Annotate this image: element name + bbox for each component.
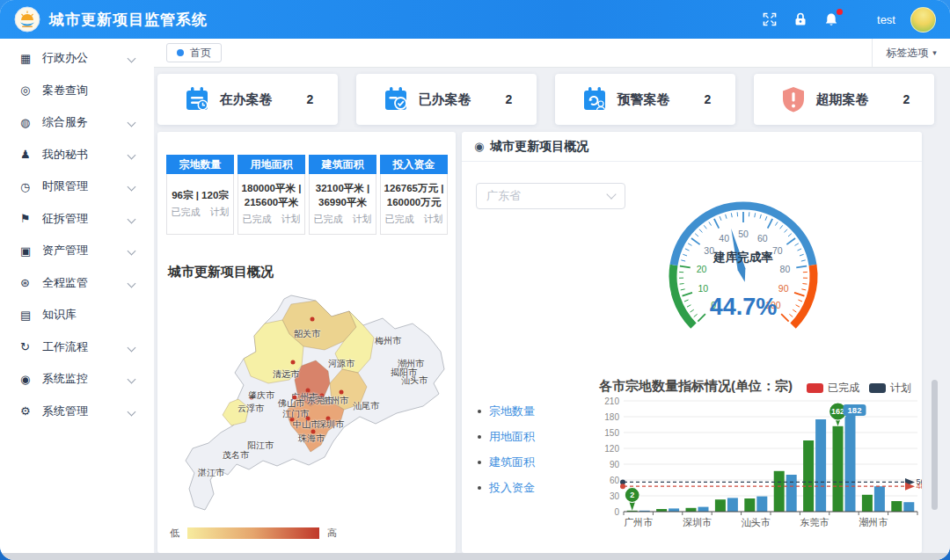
metric-link[interactable]: 建筑面积 [478, 449, 535, 475]
sidebar-item-settings[interactable]: ⚙系统管理 [0, 396, 154, 428]
svg-text:44.7%: 44.7% [710, 294, 778, 320]
completion-gauge-chart: 0102030405060708090100建库完成率44.7% [642, 185, 844, 360]
metric-links: 宗地数量用地面积建筑面积投入资金 [478, 398, 535, 500]
case-search-icon: ◎ [20, 84, 42, 97]
chevron-down-icon [128, 215, 136, 223]
chevron-down-icon [128, 279, 136, 287]
sidebar-item-services[interactable]: ◍综合服务 [0, 106, 154, 139]
stat-tab-body: 126765万元 | 160000万元已完成 计划 [380, 174, 448, 235]
summary-card-shield-overdue[interactable]: 超期案卷2 [754, 74, 934, 125]
supervision-icon: ⊛ [20, 276, 42, 289]
calendar-warning-icon [580, 84, 610, 114]
stat-tab-title[interactable]: 用地面积 [238, 155, 305, 174]
legend-swatch [807, 383, 823, 393]
city-label: 湛江市 [198, 467, 224, 479]
bullet-icon [478, 486, 481, 490]
metric-link[interactable]: 宗地数量 [478, 398, 535, 424]
user-name[interactable]: test [877, 13, 895, 26]
city-marker-dot [340, 390, 344, 395]
metric-link-label: 宗地数量 [489, 404, 535, 419]
sidebar: ▦行政办公◎案卷查询◍综合服务♟我的秘书◷时限管理⚑征拆管理▣资产管理⊛全程监管… [0, 39, 155, 553]
svg-text:90: 90 [610, 460, 620, 469]
user-avatar[interactable] [910, 7, 936, 33]
stat-tab-title[interactable]: 投入资金 [380, 155, 448, 174]
stat-tab[interactable]: 建筑面积32100平米 | 36990平米已完成 计划 [309, 155, 376, 235]
svg-text:182: 182 [848, 405, 862, 415]
bell-icon[interactable] [823, 11, 839, 27]
metric-link-label: 投入资金 [489, 480, 535, 496]
shield-overdue-icon [778, 84, 808, 114]
sidebar-item-asset[interactable]: ▣资产管理 [0, 235, 154, 267]
sidebar-item-monitor[interactable]: ◉系统监控 [0, 363, 154, 396]
section-bullet-icon: ◉ [474, 140, 484, 153]
stat-tab[interactable]: 宗地数量96宗 | 120宗已完成 计划 [166, 155, 234, 235]
region-select[interactable]: 广东省 [476, 183, 625, 209]
metric-link[interactable]: 用地面积 [478, 424, 535, 449]
calendar-inprogress-icon [182, 84, 212, 114]
tab-home-label: 首页 [190, 46, 211, 61]
stat-tab-title[interactable]: 宗地数量 [166, 155, 234, 174]
svg-text:汕头市: 汕头市 [742, 517, 771, 527]
overview-title: 城市更新项目概况 [490, 139, 588, 155]
app-header: 城市更新项目监管系统 [0, 0, 950, 39]
card-count: 2 [307, 92, 314, 106]
sidebar-item-label: 系统监控 [42, 371, 88, 387]
sidebar-item-secretary[interactable]: ♟我的秘书 [0, 139, 154, 171]
legend-swatch [869, 383, 886, 393]
chevron-down-icon [128, 407, 136, 416]
city-label: 肇庆市 [248, 389, 274, 402]
summary-card-calendar-warning[interactable]: 预警案卷2 [555, 74, 735, 125]
svg-text:潮州市: 潮州市 [859, 517, 888, 527]
sidebar-item-case-search[interactable]: ◎案卷查询 [0, 75, 154, 107]
stat-tab[interactable]: 用地面积180000平米 | 215600平米已完成 计划 [238, 155, 305, 235]
legend-label: 已完成 [828, 381, 859, 396]
app-logo-icon [14, 6, 40, 33]
tab-bar: 首页 标签选项 ▾ [154, 39, 950, 68]
svg-text:70: 70 [772, 245, 783, 256]
lock-icon[interactable] [793, 11, 808, 27]
sidebar-item-demolition[interactable]: ⚑征拆管理 [0, 203, 154, 236]
app-title: 城市更新项目监管系统 [49, 10, 208, 30]
city-label: 珠海市 [298, 433, 325, 445]
vertical-scrollbar[interactable] [932, 380, 938, 510]
bullet-icon [478, 461, 481, 464]
sidebar-item-office[interactable]: ▦行政办公 [0, 42, 154, 75]
summary-cards: 在办案卷2已办案卷2预警案卷2超期案卷2 [157, 74, 934, 125]
legend-item[interactable]: 计划 [869, 381, 911, 396]
stat-tab-body: 32100平米 | 36990平米已完成 计划 [309, 174, 376, 235]
horizontal-scrollbar-track[interactable] [0, 553, 950, 560]
stat-tabs: 宗地数量96宗 | 120宗已完成 计划用地面积180000平米 | 21560… [166, 155, 448, 235]
metric-link-label: 用地面积 [489, 429, 535, 445]
guangdong-map: 韶关市梅州市河源市潮州市揭阳市汕头市清远市惠州市汕尾市肇庆市云浮市广州市佛山市东… [161, 287, 451, 520]
fullscreen-icon[interactable] [762, 11, 778, 27]
sidebar-item-workflow[interactable]: ↻工作流程 [0, 331, 154, 364]
summary-card-calendar-done[interactable]: 已办案卷2 [356, 74, 537, 125]
bar-chart-title: 各市宗地数量指标情况(单位：宗) [599, 378, 793, 395]
sidebar-item-label: 知识库 [42, 307, 77, 323]
chevron-down-icon [128, 183, 136, 192]
stat-tab[interactable]: 投入资金126765万元 | 160000万元已完成 计划 [380, 155, 448, 235]
chevron-down-icon [128, 55, 136, 63]
dropdown-arrow-icon: ▾ [932, 48, 937, 57]
sidebar-item-label: 时限管理 [42, 178, 88, 194]
chevron-down-icon [128, 343, 136, 352]
stat-tab-title[interactable]: 建筑面积 [309, 155, 376, 174]
sidebar-item-knowledge[interactable]: ▤知识库 [0, 299, 154, 331]
time-limit-icon: ◷ [20, 180, 42, 193]
sidebar-item-label: 全程监管 [42, 275, 88, 291]
legend-item[interactable]: 已完成 [807, 381, 859, 396]
bar-chart-legend: 已完成计划 [807, 381, 911, 396]
metric-link[interactable]: 投入资金 [478, 475, 535, 500]
stat-tab-value: 126765万元 | 160000万元 [383, 182, 445, 209]
city-marker-dot [311, 317, 315, 322]
knowledge-icon: ▤ [20, 309, 42, 322]
sidebar-item-supervision[interactable]: ⊛全程监管 [0, 267, 154, 300]
sidebar-item-time-limit[interactable]: ◷时限管理 [0, 171, 154, 203]
svg-text:60: 60 [757, 233, 768, 244]
stat-tab-caption: 已完成 计划 [313, 213, 371, 226]
tab-home[interactable]: 首页 [166, 43, 222, 62]
sidebar-item-label: 工作流程 [42, 339, 88, 355]
services-icon: ◍ [20, 116, 42, 129]
tag-options-button[interactable]: 标签选项 ▾ [872, 39, 950, 67]
summary-card-calendar-inprogress[interactable]: 在办案卷2 [157, 74, 338, 125]
